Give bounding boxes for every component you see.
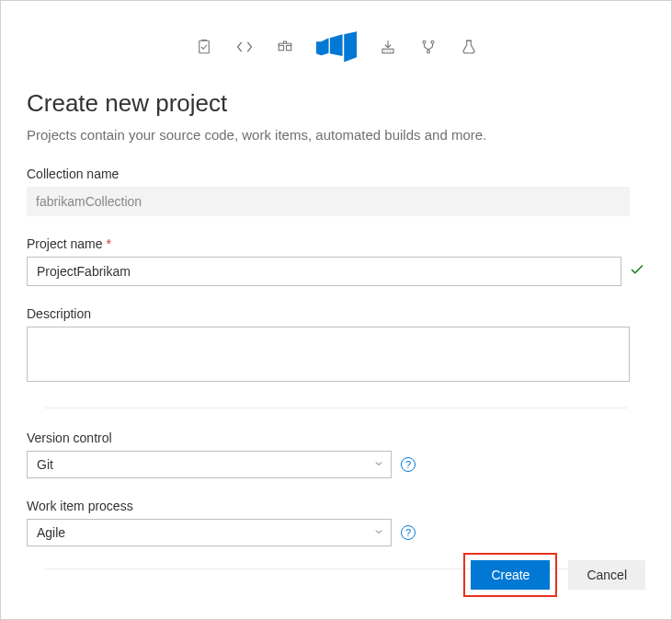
checkmark-icon — [629, 261, 645, 281]
azure-devops-logo-icon — [316, 27, 357, 67]
work-item-process-select[interactable]: Agile — [27, 519, 392, 546]
project-name-input[interactable] — [27, 257, 621, 286]
svg-point-4 — [423, 40, 426, 43]
service-icon-row — [1, 1, 671, 76]
branches-icon — [419, 38, 438, 56]
svg-rect-2 — [286, 46, 290, 51]
required-marker: * — [106, 236, 110, 251]
cancel-button[interactable]: Cancel — [568, 560, 645, 590]
create-button-highlight: Create — [463, 553, 557, 597]
svg-rect-1 — [279, 46, 283, 51]
pipelines-icon — [379, 38, 397, 56]
svg-rect-0 — [199, 40, 209, 53]
boards-icon — [195, 38, 213, 56]
collection-name-input: fabrikamCollection — [27, 187, 630, 216]
svg-point-5 — [431, 40, 434, 43]
page-subtitle: Projects contain your source code, work … — [27, 127, 645, 143]
page-title: Create new project — [27, 89, 645, 118]
work-item-process-label: Work item process — [27, 499, 645, 513]
collection-name-label: Collection name — [27, 166, 645, 181]
project-name-label: Project name * — [27, 236, 645, 251]
divider — [45, 408, 627, 408]
description-label: Description — [27, 306, 645, 321]
repos-icon — [235, 38, 254, 56]
button-row: Create Cancel — [438, 553, 671, 597]
description-input[interactable] — [27, 327, 630, 382]
artifacts-icon — [276, 38, 294, 56]
svg-point-6 — [427, 51, 429, 53]
version-control-label: Version control — [27, 431, 645, 445]
create-button[interactable]: Create — [471, 560, 550, 590]
info-icon[interactable]: ? — [401, 525, 416, 540]
info-icon[interactable]: ? — [401, 457, 416, 472]
test-plans-icon — [460, 38, 478, 56]
version-control-select[interactable]: Git — [27, 451, 392, 478]
